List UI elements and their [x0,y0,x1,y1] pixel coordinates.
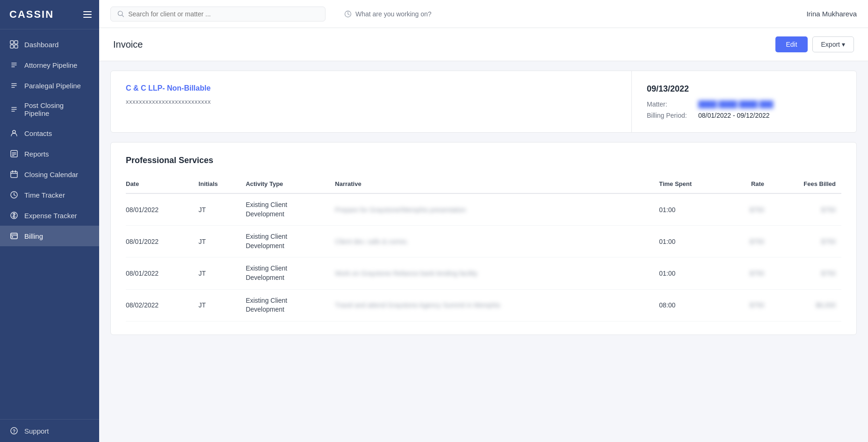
sidebar-item-support[interactable]: ? Support [9,426,90,435]
svg-rect-27 [11,233,17,239]
sidebar-footer[interactable]: ? Support [0,419,99,442]
clock-icon [9,190,19,200]
invoice-right-panel: 09/13/2022 Matter: ████ ████ ████ ███ Bi… [632,71,856,132]
col-rate: Rate [731,177,770,193]
cell-time-spent: 01:00 [659,257,731,289]
export-button[interactable]: Export ▾ [812,36,854,52]
svg-line-36 [348,14,349,15]
svg-rect-0 [10,41,14,44]
cell-rate: $750 [731,289,770,321]
cell-date: 08/01/2022 [126,257,199,289]
sidebar-item-label: Dashboard [24,41,58,49]
calendar-icon [9,170,19,179]
table-body: 08/01/2022 JT Existing ClientDevelopment… [126,193,841,321]
cell-initials: JT [199,193,246,226]
services-table: Date Initials Activity Type Narrative Ti… [126,177,841,321]
sidebar-item-label: Expense Tracker [24,212,77,220]
cell-date: 08/01/2022 [126,226,199,257]
invoice-meta: Matter: ████ ████ ████ ███ Billing Perio… [647,100,841,119]
table-header: Date Initials Activity Type Narrative Ti… [126,177,841,193]
client-name-link[interactable]: C & C LLP- Non-Billable [126,84,616,93]
working-on-section[interactable]: What are you working on? [344,10,432,18]
sidebar-item-post-closing-pipeline[interactable]: Post Closing Pipeline [0,96,99,123]
page-header: Invoice Edit Export ▾ [99,28,868,61]
contacts-icon [9,128,19,138]
invoice-card: C & C LLP- Non-Billable xxxxxxxxxxxxxxxx… [110,71,857,133]
main-content: What are you working on? Irina Mukhareva… [99,0,868,442]
page-title: Invoice [113,39,143,50]
sidebar-item-label: Reports [24,150,49,158]
svg-line-33 [122,15,123,16]
sidebar-item-label: Billing [24,232,43,240]
sidebar-item-label: Time Tracker [24,191,65,199]
sidebar-item-label: Attorney Pipeline [24,61,77,69]
sidebar-item-attorney-pipeline[interactable]: Attorney Pipeline [0,55,99,75]
svg-point-29 [12,236,13,238]
user-name: Irina Mukhareva [806,10,857,18]
cell-fees-billed: $750 [770,226,841,257]
list-icon [9,60,19,70]
svg-text:?: ? [13,429,15,434]
matter-value: ████ ████ ████ ███ [698,100,773,108]
professional-services-section: Professional Services Date Initials Acti… [110,142,857,335]
svg-rect-14 [11,150,17,157]
sidebar-item-time-tracker[interactable]: Time Tracker [0,185,99,205]
table-row: 08/01/2022 JT Existing ClientDevelopment… [126,226,841,257]
sidebar-item-dashboard[interactable]: Dashboard [0,34,99,55]
sidebar-item-contacts[interactable]: Contacts [0,123,99,143]
search-icon [117,10,124,18]
search-box[interactable] [110,7,326,21]
svg-line-24 [14,195,15,196]
cell-fees-billed: $750 [770,257,841,289]
col-fees-billed: Fees Billed [770,177,841,193]
sidebar-item-label: Contacts [24,129,52,137]
hamburger-icon[interactable] [83,11,92,18]
header-actions: Edit Export ▾ [775,36,854,52]
table-row: 08/01/2022 JT Existing ClientDevelopment… [126,257,841,289]
cell-fees-billed: $6,000 [770,289,841,321]
col-activity: Activity Type [246,177,335,193]
edit-button[interactable]: Edit [775,36,807,52]
sidebar-item-billing[interactable]: Billing [0,226,99,246]
col-narrative: Narrative [335,177,659,193]
invoice-address: xxxxxxxxxxxxxxxxxxxxxxxxxx [126,98,211,105]
topbar: What are you working on? Irina Mukhareva [99,0,868,28]
sidebar-item-reports[interactable]: Reports [0,143,99,164]
cell-initials: JT [199,257,246,289]
list-icon [9,105,19,114]
sidebar-item-paralegal-pipeline[interactable]: Paralegal Pipeline [0,75,99,96]
sidebar-item-expense-tracker[interactable]: Expense Tracker [0,205,99,226]
list-icon [9,81,19,90]
sidebar-nav: Dashboard Attorney Pipeline Paralega [0,29,99,419]
page-content: Invoice Edit Export ▾ C & C LLP- Non-Bil… [99,28,868,442]
cell-initials: JT [199,289,246,321]
chevron-down-icon: ▾ [842,41,845,48]
billing-period-row: Billing Period: 08/01/2022 - 09/12/2022 [647,112,841,119]
search-input[interactable] [128,10,318,18]
cell-rate: $750 [731,257,770,289]
sidebar: Cassin Dashboard [0,0,99,442]
svg-rect-3 [14,45,18,48]
svg-rect-1 [14,41,18,44]
svg-point-13 [13,130,15,133]
table-row: 08/02/2022 JT Existing ClientDevelopment… [126,289,841,321]
sidebar-item-label: Closing Calendar [24,171,78,178]
svg-rect-18 [11,171,17,178]
billing-icon [9,231,19,241]
sidebar-item-closing-calendar[interactable]: Closing Calendar [0,164,99,185]
cell-activity: Existing ClientDevelopment [246,226,335,257]
matter-row: Matter: ████ ████ ████ ███ [647,100,841,108]
billing-period-value: 08/01/2022 - 09/12/2022 [698,112,770,119]
cell-time-spent: 01:00 [659,193,731,226]
invoice-left-panel: C & C LLP- Non-Billable xxxxxxxxxxxxxxxx… [111,71,632,132]
support-icon: ? [9,426,19,435]
sidebar-item-label: Paralegal Pipeline [24,82,81,90]
cell-rate: $750 [731,193,770,226]
dashboard-icon [9,40,19,49]
sidebar-logo: Cassin [0,0,99,29]
col-date: Date [126,177,199,193]
cell-narrative: Client dev. calls & corres. [335,226,659,257]
cell-initials: JT [199,226,246,257]
cell-narrative: Travel and attend Graystone Agency Summi… [335,289,659,321]
cell-time-spent: 01:00 [659,226,731,257]
